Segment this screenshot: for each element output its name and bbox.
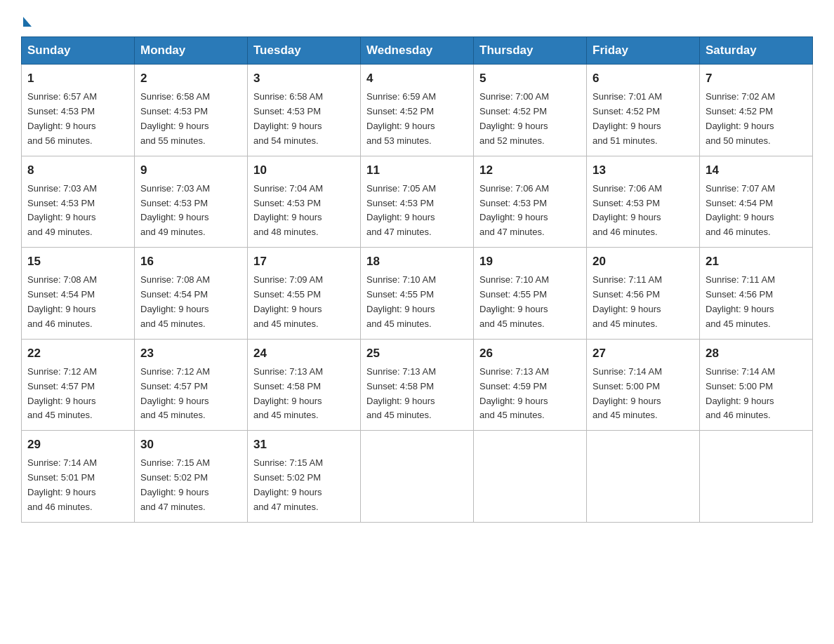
calendar-day-cell: 20Sunrise: 7:11 AMSunset: 4:56 PMDayligh… <box>587 248 700 340</box>
calendar-day-cell: 23Sunrise: 7:12 AMSunset: 4:57 PMDayligh… <box>135 339 248 431</box>
calendar-day-cell: 9Sunrise: 7:03 AMSunset: 4:53 PMDaylight… <box>135 156 248 248</box>
calendar-day-cell: 28Sunrise: 7:14 AMSunset: 5:00 PMDayligh… <box>700 339 813 431</box>
calendar-day-cell: 2Sunrise: 6:58 AMSunset: 4:53 PMDaylight… <box>135 65 248 156</box>
page-header <box>21 14 813 24</box>
calendar-day-cell: 19Sunrise: 7:10 AMSunset: 4:55 PMDayligh… <box>474 248 587 340</box>
weekday-header-wednesday: Wednesday <box>361 37 474 65</box>
calendar-day-cell: 29Sunrise: 7:14 AMSunset: 5:01 PMDayligh… <box>22 431 135 523</box>
day-number: 2 <box>140 69 241 88</box>
day-number: 24 <box>253 344 355 363</box>
day-number: 28 <box>706 344 807 363</box>
calendar-day-cell: 25Sunrise: 7:13 AMSunset: 4:58 PMDayligh… <box>361 339 474 431</box>
day-number: 17 <box>253 253 355 271</box>
day-info: Sunrise: 7:12 AMSunset: 4:57 PMDaylight:… <box>27 365 128 423</box>
day-info: Sunrise: 7:10 AMSunset: 4:55 PMDaylight:… <box>479 273 581 331</box>
day-number: 9 <box>140 161 241 180</box>
calendar-day-cell <box>474 431 587 523</box>
calendar-week-row: 29Sunrise: 7:14 AMSunset: 5:01 PMDayligh… <box>22 431 813 523</box>
calendar-day-cell <box>361 431 474 523</box>
calendar-day-cell: 13Sunrise: 7:06 AMSunset: 4:53 PMDayligh… <box>587 156 700 248</box>
day-number: 31 <box>253 436 355 454</box>
weekday-header-friday: Friday <box>587 37 700 65</box>
day-number: 26 <box>479 344 581 363</box>
day-number: 16 <box>140 253 241 271</box>
weekday-header-sunday: Sunday <box>22 37 135 65</box>
day-info: Sunrise: 7:02 AMSunset: 4:52 PMDaylight:… <box>706 90 807 148</box>
weekday-header-tuesday: Tuesday <box>248 37 361 65</box>
calendar-day-cell: 6Sunrise: 7:01 AMSunset: 4:52 PMDaylight… <box>587 65 700 156</box>
day-info: Sunrise: 7:15 AMSunset: 5:02 PMDaylight:… <box>253 456 355 514</box>
day-info: Sunrise: 7:12 AMSunset: 4:57 PMDaylight:… <box>140 365 241 423</box>
day-number: 7 <box>706 69 807 88</box>
calendar-day-cell: 30Sunrise: 7:15 AMSunset: 5:02 PMDayligh… <box>135 431 248 523</box>
day-number: 15 <box>27 253 128 271</box>
calendar-day-cell: 4Sunrise: 6:59 AMSunset: 4:52 PMDaylight… <box>361 65 474 156</box>
calendar-day-cell: 3Sunrise: 6:58 AMSunset: 4:53 PMDaylight… <box>248 65 361 156</box>
day-number: 30 <box>140 436 241 454</box>
day-number: 1 <box>27 69 128 88</box>
logo <box>21 14 32 24</box>
calendar-day-cell: 17Sunrise: 7:09 AMSunset: 4:55 PMDayligh… <box>248 248 361 340</box>
day-info: Sunrise: 6:57 AMSunset: 4:53 PMDaylight:… <box>27 90 128 148</box>
day-number: 25 <box>366 344 468 363</box>
calendar-day-cell: 21Sunrise: 7:11 AMSunset: 4:56 PMDayligh… <box>700 248 813 340</box>
day-info: Sunrise: 7:00 AMSunset: 4:52 PMDaylight:… <box>479 90 581 148</box>
day-info: Sunrise: 7:03 AMSunset: 4:53 PMDaylight:… <box>140 182 241 240</box>
weekday-header-thursday: Thursday <box>474 37 587 65</box>
calendar-day-cell: 18Sunrise: 7:10 AMSunset: 4:55 PMDayligh… <box>361 248 474 340</box>
calendar-week-row: 22Sunrise: 7:12 AMSunset: 4:57 PMDayligh… <box>22 339 813 431</box>
day-number: 22 <box>27 344 128 363</box>
weekday-header-row: SundayMondayTuesdayWednesdayThursdayFrid… <box>22 37 813 65</box>
day-info: Sunrise: 7:03 AMSunset: 4:53 PMDaylight:… <box>27 182 128 240</box>
calendar-week-row: 15Sunrise: 7:08 AMSunset: 4:54 PMDayligh… <box>22 248 813 340</box>
calendar-day-cell: 16Sunrise: 7:08 AMSunset: 4:54 PMDayligh… <box>135 248 248 340</box>
weekday-header-monday: Monday <box>135 37 248 65</box>
calendar-day-cell: 15Sunrise: 7:08 AMSunset: 4:54 PMDayligh… <box>22 248 135 340</box>
day-number: 5 <box>479 69 581 88</box>
calendar-day-cell: 8Sunrise: 7:03 AMSunset: 4:53 PMDaylight… <box>22 156 135 248</box>
day-number: 8 <box>27 161 128 180</box>
calendar-day-cell: 24Sunrise: 7:13 AMSunset: 4:58 PMDayligh… <box>248 339 361 431</box>
day-number: 4 <box>366 69 468 88</box>
day-number: 21 <box>706 253 807 271</box>
logo-triangle-icon <box>23 17 32 27</box>
day-info: Sunrise: 7:11 AMSunset: 4:56 PMDaylight:… <box>593 273 694 331</box>
day-info: Sunrise: 7:01 AMSunset: 4:52 PMDaylight:… <box>593 90 694 148</box>
day-number: 13 <box>593 161 694 180</box>
day-info: Sunrise: 7:10 AMSunset: 4:55 PMDaylight:… <box>366 273 468 331</box>
day-info: Sunrise: 6:58 AMSunset: 4:53 PMDaylight:… <box>140 90 241 148</box>
calendar-week-row: 8Sunrise: 7:03 AMSunset: 4:53 PMDaylight… <box>22 156 813 248</box>
day-number: 20 <box>593 253 694 271</box>
weekday-header-saturday: Saturday <box>700 37 813 65</box>
day-number: 6 <box>593 69 694 88</box>
day-info: Sunrise: 7:11 AMSunset: 4:56 PMDaylight:… <box>706 273 807 331</box>
calendar-week-row: 1Sunrise: 6:57 AMSunset: 4:53 PMDaylight… <box>22 65 813 156</box>
day-info: Sunrise: 7:08 AMSunset: 4:54 PMDaylight:… <box>140 273 241 331</box>
calendar-day-cell: 31Sunrise: 7:15 AMSunset: 5:02 PMDayligh… <box>248 431 361 523</box>
day-info: Sunrise: 7:09 AMSunset: 4:55 PMDaylight:… <box>253 273 355 331</box>
calendar-day-cell <box>587 431 700 523</box>
calendar-day-cell: 27Sunrise: 7:14 AMSunset: 5:00 PMDayligh… <box>587 339 700 431</box>
calendar-day-cell: 11Sunrise: 7:05 AMSunset: 4:53 PMDayligh… <box>361 156 474 248</box>
calendar-day-cell: 22Sunrise: 7:12 AMSunset: 4:57 PMDayligh… <box>22 339 135 431</box>
calendar-day-cell: 7Sunrise: 7:02 AMSunset: 4:52 PMDaylight… <box>700 65 813 156</box>
day-info: Sunrise: 7:13 AMSunset: 4:59 PMDaylight:… <box>479 365 581 423</box>
calendar-day-cell: 12Sunrise: 7:06 AMSunset: 4:53 PMDayligh… <box>474 156 587 248</box>
calendar-day-cell: 10Sunrise: 7:04 AMSunset: 4:53 PMDayligh… <box>248 156 361 248</box>
day-number: 18 <box>366 253 468 271</box>
day-number: 3 <box>253 69 355 88</box>
day-number: 29 <box>27 436 128 454</box>
day-info: Sunrise: 7:05 AMSunset: 4:53 PMDaylight:… <box>366 182 468 240</box>
calendar-day-cell: 26Sunrise: 7:13 AMSunset: 4:59 PMDayligh… <box>474 339 587 431</box>
day-info: Sunrise: 6:59 AMSunset: 4:52 PMDaylight:… <box>366 90 468 148</box>
day-info: Sunrise: 6:58 AMSunset: 4:53 PMDaylight:… <box>253 90 355 148</box>
day-info: Sunrise: 7:07 AMSunset: 4:54 PMDaylight:… <box>706 182 807 240</box>
day-info: Sunrise: 7:15 AMSunset: 5:02 PMDaylight:… <box>140 456 241 514</box>
day-info: Sunrise: 7:14 AMSunset: 5:00 PMDaylight:… <box>593 365 694 423</box>
day-info: Sunrise: 7:06 AMSunset: 4:53 PMDaylight:… <box>593 182 694 240</box>
day-number: 19 <box>479 253 581 271</box>
day-number: 23 <box>140 344 241 363</box>
day-number: 12 <box>479 161 581 180</box>
calendar-day-cell: 5Sunrise: 7:00 AMSunset: 4:52 PMDaylight… <box>474 65 587 156</box>
day-info: Sunrise: 7:06 AMSunset: 4:53 PMDaylight:… <box>479 182 581 240</box>
